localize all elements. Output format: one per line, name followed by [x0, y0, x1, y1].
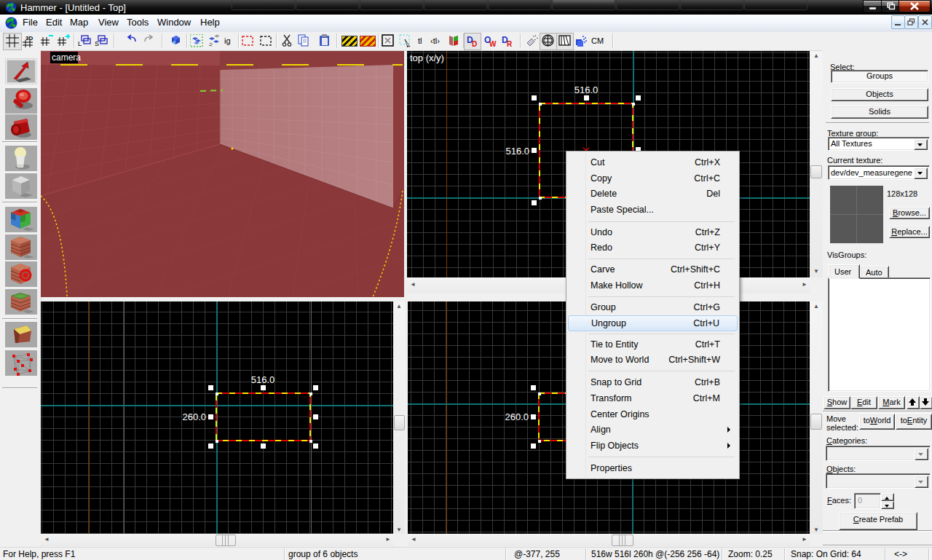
svg-text:camera: camera: [52, 52, 81, 63]
svg-text:260.0: 260.0: [182, 411, 206, 422]
svg-text:D: D: [472, 40, 477, 47]
svg-text:L: L: [78, 40, 82, 47]
svg-text:516.0: 516.0: [251, 374, 275, 385]
svg-text:3D: 3D: [25, 35, 33, 42]
svg-text:W: W: [489, 40, 497, 47]
svg-text:260.0: 260.0: [505, 411, 529, 422]
svg-text:R: R: [507, 40, 513, 47]
svg-text:516.0: 516.0: [505, 146, 529, 157]
svg-text:516.0: 516.0: [574, 84, 599, 95]
svg-text:S: S: [95, 40, 99, 47]
svg-text:top (x/y): top (x/y): [410, 52, 444, 63]
